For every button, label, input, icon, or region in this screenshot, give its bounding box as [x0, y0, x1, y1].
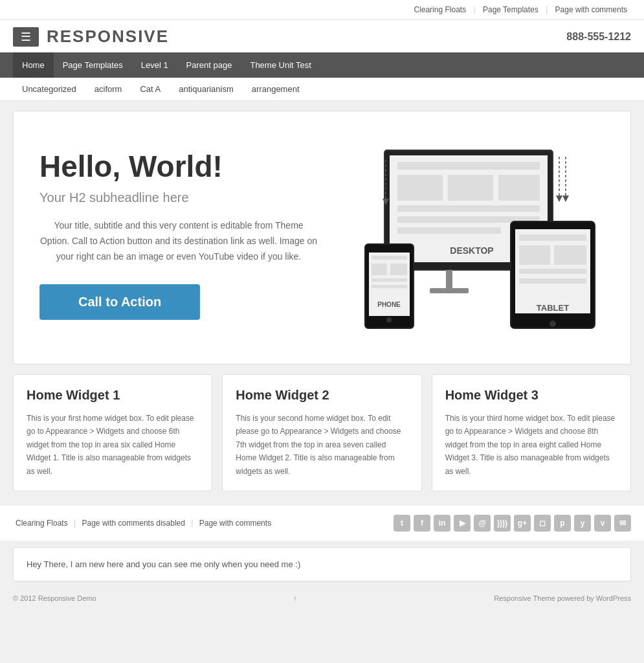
widget-3-text: This is your third home widget box. To e… [445, 412, 617, 478]
social-rss[interactable]: )))) [494, 515, 511, 532]
site-header: ☰ RESPONSIVE 888-555-1212 [0, 20, 644, 52]
back-to-top-link[interactable]: ↑ [293, 594, 297, 602]
svg-rect-28 [372, 264, 387, 275]
social-facebook[interactable]: f [414, 515, 430, 532]
svg-text:PHONE: PHONE [377, 301, 401, 308]
widget-1-title: Home Widget 1 [27, 388, 199, 403]
widget-2-title: Home Widget 2 [236, 388, 408, 403]
widget-box-1: Home Widget 1 This is your first home wi… [13, 374, 212, 491]
social-youtube[interactable]: ▶ [454, 515, 471, 532]
svg-text:TABLET: TABLET [537, 303, 569, 313]
subnav-item-uncategorized[interactable]: Uncategorized [13, 78, 85, 100]
hero-section: Hello, World! Your H2 subheadline here Y… [13, 111, 631, 365]
svg-rect-10 [397, 227, 501, 234]
svg-rect-29 [390, 264, 407, 275]
svg-rect-6 [448, 175, 493, 201]
subnav-item-cata[interactable]: Cat A [131, 78, 170, 100]
devices-svg: DESKTOP TABLET [346, 137, 605, 332]
notification-text: Hey There, I am new here and you can see… [27, 559, 300, 569]
hero-content: Hello, World! Your H2 subheadline here Y… [39, 149, 318, 319]
widget-box-3: Home Widget 3 This is your third home wi… [432, 374, 631, 491]
svg-marker-15 [562, 196, 569, 202]
svg-rect-4 [397, 162, 540, 170]
nav-item-theme-unit[interactable]: Theme Unit Test [241, 52, 320, 78]
svg-point-24 [550, 320, 556, 327]
social-googleplus[interactable]: g+ [514, 515, 531, 532]
top-links: Clearing Floats | Page Templates | Page … [410, 5, 631, 14]
social-twitter[interactable]: t [394, 515, 410, 532]
phone-number: 888-555-1212 [566, 31, 631, 43]
menu-icon[interactable]: ☰ [13, 27, 39, 47]
svg-rect-27 [372, 256, 407, 260]
social-yelp[interactable]: y [574, 515, 591, 532]
subnav-item-arrangement[interactable]: arrangement [243, 78, 309, 100]
footer-link-clearing[interactable]: Clearing Floats [16, 519, 68, 528]
social-pinterest[interactable]: p [554, 515, 571, 532]
svg-rect-2 [446, 270, 452, 289]
nav-item-level1[interactable]: Level 1 [132, 52, 177, 78]
subnav-item-antiquarianism[interactable]: antiquarianism [170, 78, 243, 100]
svg-rect-19 [519, 245, 550, 265]
footer-link-comments-disabled[interactable]: Page with comments disabled [82, 519, 185, 528]
social-vimeo[interactable]: v [594, 515, 611, 532]
svg-rect-30 [372, 278, 407, 282]
widget-1-text: This is your first home widget box. To e… [27, 412, 199, 478]
top-link-page-templates[interactable]: Page Templates [483, 5, 539, 14]
svg-rect-21 [519, 269, 586, 274]
social-instagram[interactable]: ◻ [534, 515, 551, 532]
site-footer: Clearing Floats | Page with comments dis… [0, 504, 644, 541]
svg-marker-13 [556, 196, 562, 202]
widget-box-2: Home Widget 2 This is your second home w… [222, 374, 421, 491]
hero-heading: Hello, World! [39, 149, 318, 184]
nav-item-home[interactable]: Home [13, 52, 54, 78]
notification-bar: Hey There, I am new here and you can see… [13, 547, 631, 581]
top-bar: Clearing Floats | Page Templates | Page … [0, 0, 644, 20]
svg-rect-7 [498, 175, 540, 201]
social-email[interactable]: @ [474, 515, 491, 532]
social-icons: t f in ▶ @ )))) g+ ◻ p y v ✉ [394, 515, 631, 532]
svg-rect-31 [372, 285, 407, 288]
hero-subheading: Your H2 subheadline here [39, 190, 318, 205]
widgets-section: Home Widget 1 This is your first home wi… [13, 374, 631, 491]
widget-3-title: Home Widget 3 [445, 388, 617, 403]
svg-text:DESKTOP: DESKTOP [450, 245, 493, 256]
social-mail[interactable]: ✉ [614, 515, 631, 532]
nav-item-parent[interactable]: Parent page [177, 52, 241, 78]
svg-point-33 [386, 317, 392, 322]
footer-links: Clearing Floats | Page with comments dis… [13, 519, 274, 528]
copyright: © 2012 Responsive Demo [13, 594, 96, 602]
cta-button[interactable]: Call to Action [39, 284, 200, 320]
svg-rect-18 [519, 234, 586, 241]
top-link-clearing[interactable]: Clearing Floats [414, 5, 466, 14]
top-link-page-comments[interactable]: Page with comments [555, 5, 627, 14]
logo-wrap: ☰ RESPONSIVE [13, 27, 169, 47]
footer-link-comments[interactable]: Page with comments [199, 519, 271, 528]
svg-rect-3 [430, 288, 469, 293]
social-linkedin[interactable]: in [434, 515, 450, 532]
svg-rect-22 [519, 278, 586, 284]
bottom-bar: © 2012 Responsive Demo ↑ Responsive Them… [0, 588, 644, 609]
hero-body-text: Your title, subtitle and this very conte… [39, 218, 318, 264]
hero-device-image: DESKTOP TABLET [346, 137, 605, 332]
main-nav: Home Page Templates Level 1 Parent page … [0, 52, 644, 78]
powered-by: Responsive Theme powered by WordPress [494, 594, 631, 602]
sub-nav: Uncategorized aciform Cat A antiquariani… [0, 78, 644, 101]
nav-item-page-templates[interactable]: Page Templates [54, 52, 132, 78]
site-title: RESPONSIVE [47, 27, 169, 47]
svg-rect-8 [397, 205, 540, 212]
svg-rect-20 [554, 245, 586, 265]
svg-rect-5 [397, 175, 443, 201]
widget-2-text: This is your second home widget box. To … [236, 412, 408, 478]
subnav-item-aciform[interactable]: aciform [85, 78, 131, 100]
